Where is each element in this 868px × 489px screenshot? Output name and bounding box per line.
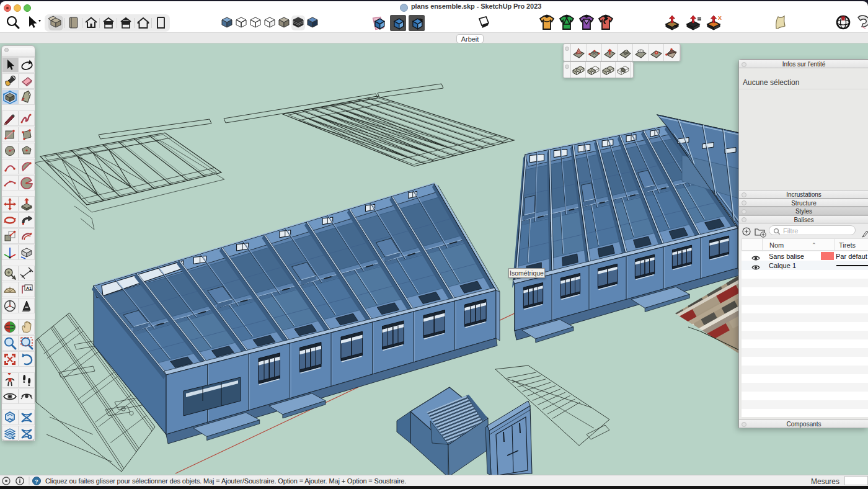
svg-text:X: X: [718, 15, 722, 21]
svg-text:?: ?: [35, 478, 38, 485]
svg-text:A1: A1: [26, 285, 32, 290]
